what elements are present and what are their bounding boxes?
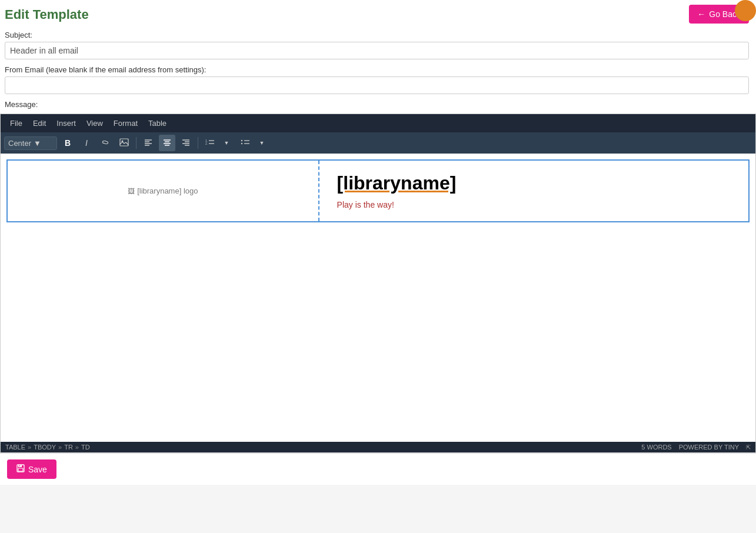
- email-content-table: 🖼 [libraryname] logo [libraryname] Play …: [6, 159, 750, 222]
- bold-button[interactable]: B: [59, 135, 76, 151]
- breadcrumb-tbody: TBODY: [34, 444, 56, 451]
- italic-icon: I: [85, 138, 88, 148]
- breadcrumb-table: TABLE: [5, 444, 25, 451]
- word-count: 5 WORDS: [641, 444, 671, 451]
- editor-statusbar: TABLE » TBODY » TR » TD 5 WORDS POWERED …: [1, 442, 755, 452]
- align-right-button[interactable]: [178, 135, 194, 151]
- ordered-list-dropdown[interactable]: ▼: [218, 135, 235, 151]
- ordered-list-button[interactable]: 1. 2.: [202, 135, 218, 151]
- breadcrumb-tr: TR: [64, 444, 73, 451]
- svg-point-18: [241, 140, 242, 141]
- align-right-icon: [182, 138, 190, 148]
- unordered-list-dropdown[interactable]: ▼: [254, 135, 270, 151]
- svg-rect-24: [18, 468, 23, 471]
- menu-edit[interactable]: Edit: [28, 116, 51, 130]
- menu-table[interactable]: Table: [144, 116, 171, 130]
- toolbar-divider-1: [136, 137, 136, 149]
- align-left-icon: [144, 138, 152, 148]
- from-email-label: From Email (leave blank if the email add…: [5, 65, 749, 74]
- editor-toolbar: Center ▼ B I: [1, 132, 755, 154]
- ordered-list-group: 1. 2. ▼: [202, 135, 235, 151]
- statusbar-right: 5 WORDS POWERED BY TINY ⇱: [641, 444, 751, 451]
- svg-text:2.: 2.: [205, 142, 208, 145]
- image-icon: [119, 138, 129, 148]
- editor-menubar: File Edit Insert View Format Table: [1, 114, 755, 132]
- chevron-down-icon: ▼: [34, 139, 41, 148]
- arrow-left-icon: ←: [697, 9, 705, 19]
- svg-point-19: [241, 143, 242, 144]
- logo-alt-text: [libraryname] logo: [137, 186, 198, 195]
- page-footer: Save: [0, 453, 756, 485]
- menu-format[interactable]: Format: [109, 116, 142, 130]
- floppy-disk-icon: [16, 464, 25, 474]
- message-label: Message:: [5, 100, 749, 109]
- toolbar-divider-2: [198, 137, 198, 149]
- logo-cell: 🖼 [libraryname] logo: [7, 160, 319, 222]
- italic-button[interactable]: I: [78, 135, 95, 151]
- svg-rect-0: [120, 139, 128, 146]
- unordered-list-button[interactable]: [237, 135, 254, 151]
- library-info-cell: [libraryname] Play is the way!: [319, 160, 749, 222]
- library-name-heading: [libraryname]: [337, 172, 737, 194]
- link-button[interactable]: [97, 135, 114, 151]
- unordered-list-group: ▼: [237, 135, 270, 151]
- image-button[interactable]: [116, 135, 132, 151]
- decoration-circle: [735, 0, 756, 21]
- format-select[interactable]: Center ▼: [4, 136, 57, 150]
- editor-content-area[interactable]: 🖼 [libraryname] logo [libraryname] Play …: [1, 154, 755, 442]
- format-select-value: Center: [8, 139, 31, 148]
- menu-view[interactable]: View: [82, 116, 108, 130]
- breadcrumb-td: TD: [81, 444, 90, 451]
- align-center-icon: [163, 138, 171, 148]
- menu-insert[interactable]: Insert: [52, 116, 81, 130]
- subject-label: Subject:: [5, 31, 749, 39]
- unordered-list-icon: [241, 138, 250, 148]
- broken-image-icon: 🖼: [128, 187, 135, 195]
- align-center-button[interactable]: [159, 135, 175, 151]
- menu-file[interactable]: File: [5, 116, 27, 130]
- link-icon: [101, 138, 109, 148]
- form-area: Subject: From Email (leave blank if the …: [0, 27, 756, 114]
- page-header: Edit Template ← Go Back: [0, 0, 756, 27]
- align-left-button[interactable]: [140, 135, 156, 151]
- resize-handle-icon[interactable]: ⇱: [746, 444, 751, 451]
- breadcrumb: TABLE » TBODY » TR » TD: [5, 444, 90, 451]
- save-button[interactable]: Save: [7, 459, 56, 479]
- rich-text-editor: File Edit Insert View Format Table Cente…: [0, 114, 756, 453]
- save-label: Save: [28, 465, 47, 474]
- page-title: Edit Template: [5, 5, 89, 22]
- subject-input[interactable]: [5, 42, 749, 59]
- ordered-list-icon: 1. 2.: [205, 138, 215, 148]
- tagline-text: Play is the way!: [337, 200, 737, 209]
- svg-rect-25: [19, 465, 20, 467]
- from-email-input[interactable]: [5, 76, 749, 94]
- bold-icon: B: [65, 138, 71, 148]
- logo-placeholder: 🖼 [libraryname] logo: [19, 186, 307, 195]
- powered-by: POWERED BY TINY: [679, 444, 739, 451]
